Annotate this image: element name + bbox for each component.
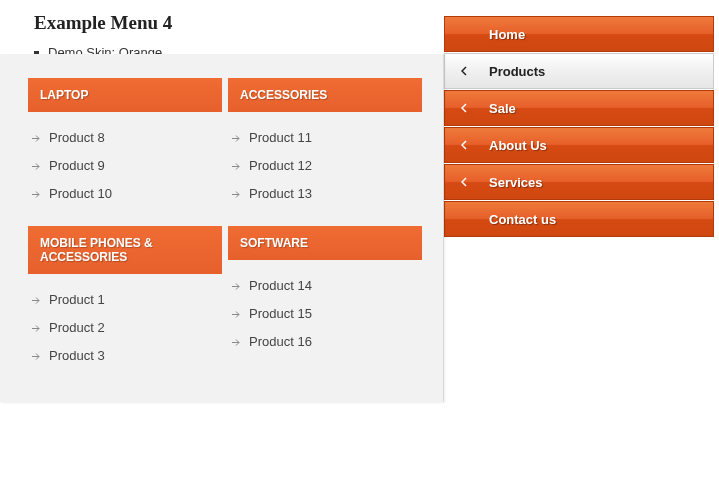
mega-link-label: Product 16	[249, 328, 312, 356]
arrow-right-icon	[32, 324, 41, 333]
mega-column-heading: ACCESSORIES	[228, 78, 422, 112]
mega-column-laptop: LAPTOP Product 8 Product 9 Product 10	[28, 78, 222, 226]
arrow-right-icon	[32, 162, 41, 171]
mega-link-label: Product 12	[249, 152, 312, 180]
mega-column-heading: LAPTOP	[28, 78, 222, 112]
arrow-right-icon	[232, 338, 241, 347]
mega-link[interactable]: Product 12	[232, 152, 422, 180]
mega-link[interactable]: Product 2	[32, 314, 222, 342]
mega-column-accessories: ACCESSORIES Product 11 Product 12 Produc…	[228, 78, 422, 226]
mega-link-label: Product 14	[249, 272, 312, 300]
nav-item-contact-us[interactable]: Contact us	[444, 201, 714, 237]
mega-link-label: Product 13	[249, 180, 312, 208]
mega-link[interactable]: Product 13	[232, 180, 422, 208]
nav-item-services[interactable]: Services	[444, 164, 714, 200]
nav-item-label: Home	[489, 27, 525, 42]
arrow-right-icon	[232, 134, 241, 143]
nav-item-sale[interactable]: Sale	[444, 90, 714, 126]
nav-item-label: About Us	[489, 138, 547, 153]
mega-column-heading: MOBILE PHONES & ACCESSORIES	[28, 226, 222, 274]
chevron-left-icon	[461, 103, 467, 113]
chevron-left-icon	[461, 177, 467, 187]
nav-item-about-us[interactable]: About Us	[444, 127, 714, 163]
nav-item-label: Products	[489, 64, 545, 79]
arrow-right-icon	[232, 162, 241, 171]
mega-link[interactable]: Product 3	[32, 342, 222, 370]
arrow-right-icon	[232, 310, 241, 319]
mega-link-label: Product 10	[49, 180, 112, 208]
nav-item-label: Services	[489, 175, 543, 190]
mega-link[interactable]: Product 10	[32, 180, 222, 208]
chevron-left-icon	[461, 140, 467, 150]
mega-link-label: Product 2	[49, 314, 105, 342]
mega-link-label: Product 11	[249, 124, 312, 152]
mega-link-label: Product 3	[49, 342, 105, 370]
chevron-left-icon	[461, 66, 467, 76]
arrow-right-icon	[232, 282, 241, 291]
mega-link[interactable]: Product 8	[32, 124, 222, 152]
mega-column-heading: SOFTWARE	[228, 226, 422, 260]
mega-link-label: Product 9	[49, 152, 105, 180]
mega-link-label: Product 8	[49, 124, 105, 152]
arrow-right-icon	[32, 352, 41, 361]
mega-link-label: Product 1	[49, 286, 105, 314]
nav-item-label: Contact us	[489, 212, 556, 227]
mega-link[interactable]: Product 1	[32, 286, 222, 314]
arrow-right-icon	[32, 296, 41, 305]
mega-column-mobile: MOBILE PHONES & ACCESSORIES Product 1 Pr…	[28, 226, 222, 388]
arrow-right-icon	[32, 190, 41, 199]
mega-column-software: SOFTWARE Product 14 Product 15 Product 1…	[228, 226, 422, 388]
nav-item-home[interactable]: Home	[444, 16, 714, 52]
mega-link[interactable]: Product 15	[232, 300, 422, 328]
vertical-nav: Home Products Sale About Us Services Con…	[444, 16, 714, 238]
mega-link[interactable]: Product 16	[232, 328, 422, 356]
mega-link[interactable]: Product 9	[32, 152, 222, 180]
mega-link[interactable]: Product 11	[232, 124, 422, 152]
mega-menu-panel: LAPTOP Product 8 Product 9 Product 10 AC…	[0, 54, 444, 402]
arrow-right-icon	[232, 190, 241, 199]
nav-item-products[interactable]: Products	[444, 53, 714, 89]
mega-link[interactable]: Product 14	[232, 272, 422, 300]
arrow-right-icon	[32, 134, 41, 143]
nav-item-label: Sale	[489, 101, 516, 116]
mega-link-label: Product 15	[249, 300, 312, 328]
